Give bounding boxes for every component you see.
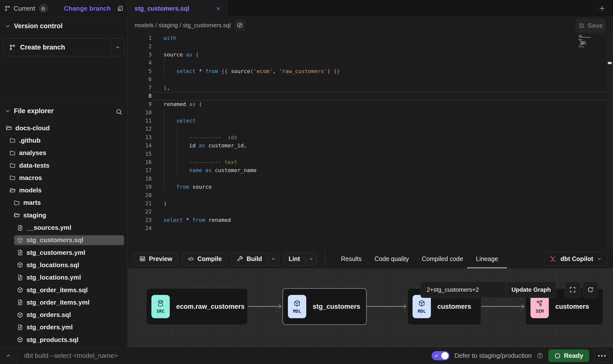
- save-button[interactable]: Save: [575, 19, 606, 33]
- create-branch-dropdown[interactable]: [111, 39, 124, 56]
- copy-icon[interactable]: [117, 5, 124, 12]
- code-line-17[interactable]: 17 name as customer_name: [128, 166, 613, 174]
- tree-item-data-tests[interactable]: data-tests: [0, 159, 127, 172]
- line-number: 10: [128, 109, 155, 116]
- code-line-2[interactable]: 2: [128, 42, 613, 50]
- code-line-23[interactable]: 23select * from renamed: [128, 216, 613, 224]
- tree-item-stg-order-items-sql[interactable]: stg_order_items.sql: [0, 284, 127, 296]
- code-line-22[interactable]: 22: [128, 208, 613, 216]
- tree-item-stg-orders-yml[interactable]: stg_orders.yml: [0, 321, 127, 334]
- tree-item-stg-customers-yml[interactable]: stg_customers.yml: [0, 246, 127, 259]
- panel-tab-lineage[interactable]: Lineage: [476, 249, 498, 268]
- tree-item-models[interactable]: models: [0, 184, 127, 196]
- code-line-12[interactable]: 12: [128, 125, 613, 133]
- code-line-1[interactable]: 1with: [128, 34, 613, 42]
- chevron-down-icon[interactable]: [5, 108, 10, 114]
- lint-label: Lint: [289, 255, 300, 262]
- save-icon: [579, 23, 585, 29]
- lint-dropdown[interactable]: [305, 253, 317, 265]
- file-icon: [17, 299, 23, 306]
- table-icon: [139, 256, 146, 262]
- fullscreen-button[interactable]: [565, 282, 580, 298]
- panel-tab-results[interactable]: Results: [341, 249, 362, 268]
- code-line-7[interactable]: 7),: [128, 83, 613, 92]
- search-icon[interactable]: [115, 108, 123, 116]
- create-branch-button[interactable]: Create branch: [3, 38, 125, 56]
- code-line-11[interactable]: 11 select: [128, 117, 613, 125]
- lineage-selector-input[interactable]: 2+stg_customers+2: [420, 282, 506, 298]
- code-line-14[interactable]: 14 id as customer_id,: [128, 141, 613, 150]
- tree-item--sources-yml[interactable]: __sources.yml: [0, 221, 127, 234]
- code-line-20[interactable]: 20: [128, 191, 613, 199]
- refresh-button[interactable]: [583, 282, 598, 298]
- code-editor[interactable]: 1with23source as (45 select * from {{ so…: [128, 34, 613, 249]
- tree-item-stg-customers-sql[interactable]: stg_customers.sql: [0, 234, 127, 246]
- tree-item-stg-orders-sql[interactable]: stg_orders.sql: [0, 309, 127, 321]
- lint-button[interactable]: Lint: [283, 252, 317, 265]
- sidebar: Current Change branch Version control Cr…: [0, 0, 128, 347]
- chevron-up-icon[interactable]: [0, 347, 17, 364]
- code-line-4[interactable]: 4: [128, 59, 613, 67]
- defer-toggle[interactable]: [432, 351, 449, 360]
- code-line-8[interactable]: 8: [128, 92, 613, 100]
- code-line-9[interactable]: 9renamed as (: [128, 100, 613, 108]
- tree-item-staging[interactable]: staging: [0, 209, 127, 221]
- code-line-21[interactable]: 21): [128, 199, 613, 208]
- tree-item-macros[interactable]: macros: [0, 172, 127, 184]
- compile-button[interactable]: Compile: [182, 252, 228, 265]
- more-options-button[interactable]: [594, 349, 610, 362]
- update-graph-button[interactable]: Update Graph: [506, 282, 556, 298]
- chevron-down-icon[interactable]: [5, 23, 10, 29]
- code-line-24[interactable]: 24: [128, 224, 613, 232]
- tree-item-stg-locations-yml[interactable]: stg_locations.yml: [0, 271, 127, 284]
- editor-scrollbar[interactable]: [607, 34, 613, 249]
- code-line-16[interactable]: 16 ---------- text: [128, 158, 613, 166]
- change-branch-link[interactable]: Change branch: [64, 5, 111, 12]
- code-line-10[interactable]: 10: [128, 108, 613, 117]
- tree-item--github[interactable]: .github: [0, 134, 127, 147]
- tab-stg-customers-sql[interactable]: stg_customers.sql: [128, 0, 227, 17]
- create-branch-main[interactable]: Create branch: [3, 39, 111, 56]
- dot: [601, 355, 603, 357]
- tree-item-analyses[interactable]: analyses: [0, 147, 127, 159]
- tree-item-marts[interactable]: marts: [0, 197, 127, 209]
- folder-icon: [14, 200, 20, 206]
- code-lines[interactable]: 1with23source as (45 select * from {{ so…: [128, 34, 613, 232]
- toggle-knob: [441, 352, 448, 359]
- tree-item-stg-locations-sql[interactable]: stg_locations.sql: [0, 259, 127, 271]
- lineage-panel[interactable]: SRC ecom.raw_customers MDL stg_customers…: [128, 269, 613, 347]
- status-controls: Defer to staging/production Ready: [432, 349, 613, 362]
- model-health-icon[interactable]: [234, 20, 246, 31]
- tree-item-stg-products-sql[interactable]: stg_products.sql: [0, 334, 127, 346]
- code-line-5[interactable]: 5 select * from {{ source('ecom', 'raw_c…: [128, 67, 613, 75]
- folder-open-icon: [6, 125, 12, 131]
- scrollbar-thumb[interactable]: [608, 62, 612, 64]
- preview-button[interactable]: Preview: [134, 252, 178, 265]
- lineage-node-stg-customers[interactable]: MDL stg_customers: [282, 288, 367, 325]
- panel-tab-code-quality[interactable]: Code quality: [374, 249, 409, 268]
- tree-item-label: stg_order_items.sql: [27, 286, 88, 294]
- code-text: ---------- text: [164, 159, 237, 165]
- build-dropdown[interactable]: [268, 253, 279, 265]
- tree-item-docs-cloud[interactable]: docs-cloud: [0, 122, 127, 134]
- version-control-title: Version control: [14, 22, 63, 30]
- code-line-13[interactable]: 13 ---------- ids: [128, 133, 613, 141]
- code-line-15[interactable]: 15: [128, 150, 613, 158]
- dbt-copilot-button[interactable]: dbt Copilot: [544, 252, 607, 266]
- line-number: 3: [128, 52, 155, 58]
- code-line-3[interactable]: 3source as (: [128, 51, 613, 59]
- lineage-node-ecom-raw-customers[interactable]: SRC ecom.raw_customers: [146, 288, 248, 325]
- tree-item-stg-order-items-yml[interactable]: stg_order_items.yml: [0, 296, 127, 309]
- close-icon[interactable]: [215, 6, 221, 12]
- status-badge[interactable]: Ready: [548, 349, 589, 362]
- minimap[interactable]: [579, 35, 593, 48]
- new-tab-button[interactable]: [598, 5, 606, 12]
- panel-tab-compiled-code[interactable]: Compiled code: [422, 249, 463, 268]
- code-line-19[interactable]: 19 from source: [128, 183, 613, 191]
- code-line-6[interactable]: 6: [128, 75, 613, 83]
- build-button[interactable]: Build: [231, 252, 279, 265]
- help-icon[interactable]: [537, 352, 543, 359]
- code-line-18[interactable]: 18: [128, 175, 613, 183]
- command-input[interactable]: dbt build --select <model_name>: [17, 352, 432, 360]
- code-text: source as (: [164, 52, 199, 58]
